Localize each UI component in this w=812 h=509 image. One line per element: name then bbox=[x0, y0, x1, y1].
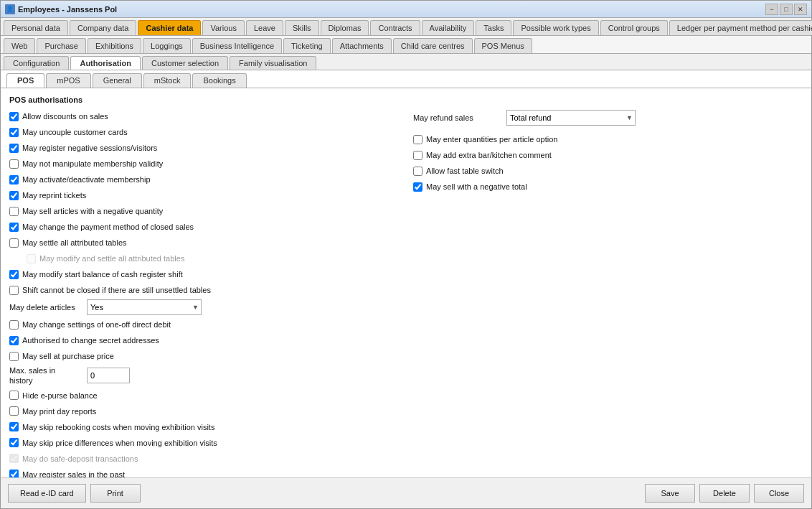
checkbox-cb5[interactable] bbox=[9, 175, 19, 185]
footer: Read e-ID card Print Save Delete Close bbox=[1, 477, 811, 508]
minimize-button[interactable]: − bbox=[765, 4, 778, 15]
max-sales-input[interactable] bbox=[87, 368, 130, 383]
checkbox-cb4[interactable] bbox=[9, 159, 19, 169]
tab-ledger-per-payment-method-per-cashier[interactable]: Ledger per payment method per cashier bbox=[669, 20, 812, 35]
checkbox-row-cb18: May skip rebooking costs when moving exh… bbox=[9, 421, 399, 434]
main-content: POS authorisations Allow discounts on sa… bbox=[1, 88, 811, 477]
checkbox-row-cb19: May skip price differences when moving e… bbox=[9, 436, 399, 449]
checkbox-label-rcb3: Allow fast table switch bbox=[426, 167, 504, 175]
tab-cashier-data[interactable]: Cashier data bbox=[138, 20, 201, 35]
checkbox-cb8[interactable] bbox=[9, 223, 19, 232]
refund-label: May refund sales bbox=[413, 113, 499, 122]
tab-possible-work-types[interactable]: Possible work types bbox=[513, 20, 598, 35]
tab-contracts[interactable]: Contracts bbox=[370, 20, 420, 35]
window-controls: − □ ✕ bbox=[765, 4, 807, 15]
delete-button[interactable]: Delete bbox=[699, 484, 750, 503]
checkbox-row-cb4: May not manipulate membership validity bbox=[9, 157, 399, 170]
right-checkboxes-group: May enter quantities per article optionM… bbox=[413, 133, 803, 193]
checkbox-cb11[interactable] bbox=[9, 270, 19, 279]
tab-exhibitions[interactable]: Exhibitions bbox=[88, 38, 141, 53]
checkbox-label-rcb1: May enter quantities per article option bbox=[426, 135, 557, 144]
postab-bookings[interactable]: Bookings bbox=[192, 73, 246, 88]
checkbox-rcb3[interactable] bbox=[413, 167, 422, 176]
checkbox-row-rcb3: Allow fast table switch bbox=[413, 164, 803, 177]
delete-articles-label: May delete articles bbox=[9, 302, 81, 312]
tab-company-data[interactable]: Company data bbox=[70, 20, 137, 35]
postab-mpos[interactable]: mPOS bbox=[46, 73, 90, 88]
close-button[interactable]: Close bbox=[754, 484, 804, 503]
checkbox-cb2[interactable] bbox=[9, 128, 19, 137]
section-title: POS authorisations bbox=[9, 95, 803, 104]
checkbox-rcb1[interactable] bbox=[413, 135, 422, 144]
postab-pos[interactable]: POS bbox=[6, 73, 44, 88]
delete-articles-select[interactable]: Yes No Ask bbox=[87, 299, 202, 315]
tab-skills[interactable]: Skills bbox=[285, 20, 319, 35]
tab-ticketing[interactable]: Ticketing bbox=[283, 38, 331, 53]
checkbox-cb7[interactable] bbox=[9, 207, 19, 216]
refund-select[interactable]: Total refund Partial refund No refund bbox=[506, 110, 636, 126]
tab-tasks[interactable]: Tasks bbox=[476, 20, 511, 35]
maximize-button[interactable]: □ bbox=[780, 4, 793, 15]
close-window-button[interactable]: ✕ bbox=[794, 4, 807, 15]
delete-articles-row: May delete articles Yes No Ask ▼ bbox=[9, 299, 399, 315]
checkbox-cb19[interactable] bbox=[9, 438, 19, 447]
checkbox-cb3[interactable] bbox=[9, 144, 19, 153]
tab-purchase[interactable]: Purchase bbox=[37, 38, 85, 53]
tab-control-groups[interactable]: Control groups bbox=[600, 20, 668, 35]
refund-select-wrapper: Total refund Partial refund No refund ▼ bbox=[506, 110, 636, 126]
max-sales-row: Max. sales in history bbox=[9, 365, 399, 386]
checkbox-cb18[interactable] bbox=[9, 422, 19, 431]
checkbox-row-cb15: May sell at purchase price bbox=[9, 350, 399, 363]
checkbox-cb21[interactable] bbox=[9, 470, 19, 477]
checkbox-label-cb21: May register sales in the past bbox=[22, 470, 125, 477]
checkbox-label-cb19: May skip price differences when moving e… bbox=[22, 439, 217, 447]
checkbox-label-cb1: Allow discounts on sales bbox=[22, 112, 108, 121]
checkbox-cb1[interactable] bbox=[9, 112, 19, 121]
right-column: May refund sales Total refund Partial re… bbox=[413, 110, 803, 477]
subtab-customer-selection[interactable]: Customer selection bbox=[142, 56, 228, 70]
checkbox-label-cb4: May not manipulate membership validity bbox=[22, 159, 163, 168]
tab-leave[interactable]: Leave bbox=[246, 20, 283, 35]
tab-child-care-centres[interactable]: Child care centres bbox=[393, 38, 473, 53]
checkbox-cb12[interactable] bbox=[9, 286, 19, 295]
tab-diplomas[interactable]: Diplomas bbox=[321, 20, 369, 35]
checkbox-cb15[interactable] bbox=[9, 352, 19, 361]
read-eid-button[interactable]: Read e-ID card bbox=[8, 484, 86, 503]
checkbox-rcb2[interactable] bbox=[413, 151, 422, 160]
checkbox-cb16[interactable] bbox=[9, 391, 19, 400]
tab-web[interactable]: Web bbox=[4, 38, 35, 53]
tab-various[interactable]: Various bbox=[202, 20, 244, 35]
subtab-configuration[interactable]: Configuration bbox=[4, 56, 69, 70]
postab-mstock[interactable]: mStock bbox=[143, 73, 192, 88]
main-window: 👤 Employees - Janssens Pol − □ ✕ Persona… bbox=[0, 0, 812, 509]
checkbox-cb9[interactable] bbox=[9, 238, 19, 248]
checkbox-label-cb6: May reprint tickets bbox=[22, 191, 86, 200]
window-title: Employees - Janssens Pol bbox=[18, 5, 117, 14]
tab-loggings[interactable]: Loggings bbox=[143, 38, 191, 53]
footer-right: Save Delete Close bbox=[645, 484, 804, 503]
checkbox-label-cb16: Hide e-purse balance bbox=[22, 391, 98, 400]
checkbox-row-cb3: May register negative sessions/visitors bbox=[9, 141, 399, 154]
checkbox-cb17[interactable] bbox=[9, 406, 19, 416]
tab-pos-menus[interactable]: POS Menus bbox=[474, 38, 532, 53]
subtab-authorisation[interactable]: Authorisation bbox=[70, 56, 141, 70]
checkbox-row-cb7: May sell articles with a negative quanti… bbox=[9, 205, 399, 218]
tab-personal-data[interactable]: Personal data bbox=[4, 20, 68, 35]
tab-attachments[interactable]: Attachments bbox=[332, 38, 392, 53]
app-icon: 👤 bbox=[5, 4, 15, 14]
checkbox-rcb4[interactable] bbox=[413, 182, 422, 192]
postab-general[interactable]: General bbox=[93, 73, 142, 88]
subtab-family-visualisation[interactable]: Family visualisation bbox=[230, 56, 316, 70]
checkbox-label-cb11: May modify start balance of cash registe… bbox=[22, 270, 183, 279]
pos-tab-row: POSmPOSGeneralmStockBookings bbox=[1, 70, 811, 88]
checkbox-cb13[interactable] bbox=[9, 320, 19, 330]
checkbox-row-cb10: May modify and settle all attributed tab… bbox=[27, 252, 399, 265]
checkbox-cb14[interactable] bbox=[9, 336, 19, 345]
checkbox-cb6[interactable] bbox=[9, 191, 19, 200]
tab-availability[interactable]: Availability bbox=[422, 20, 475, 35]
print-button[interactable]: Print bbox=[90, 484, 141, 503]
tab-business-intelligence[interactable]: Business Intelligence bbox=[192, 38, 282, 53]
save-button[interactable]: Save bbox=[645, 484, 695, 503]
checkbox-label-cb17: May print day reports bbox=[22, 407, 96, 416]
checkbox-row-cb12: Shift cannot be closed if there are stil… bbox=[9, 284, 399, 296]
